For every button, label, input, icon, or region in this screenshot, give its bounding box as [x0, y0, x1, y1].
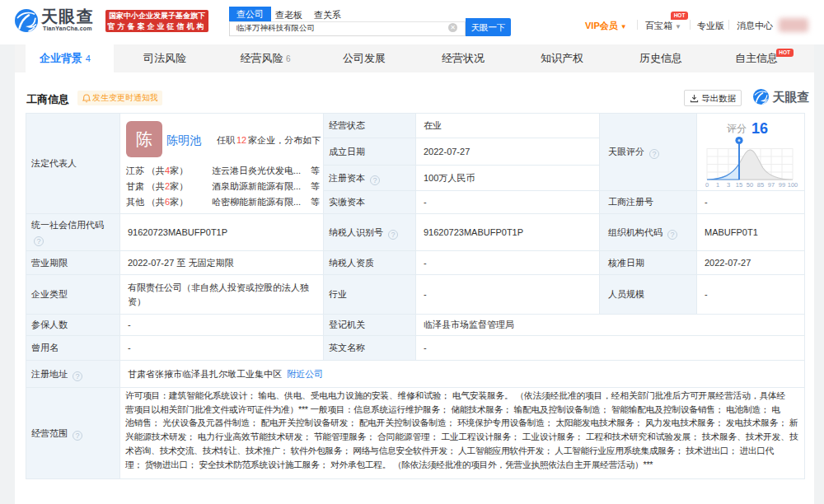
svg-text:15: 15: [736, 181, 742, 189]
svg-text:1: 1: [716, 181, 719, 189]
svg-text:99: 99: [779, 181, 785, 189]
svg-text:85: 85: [757, 181, 764, 189]
svg-text:16: 16: [751, 120, 768, 137]
svg-text:97: 97: [768, 181, 775, 189]
svg-text:3: 3: [727, 181, 730, 189]
svg-text:50: 50: [747, 181, 753, 189]
svg-text:评分: 评分: [727, 123, 747, 134]
svg-text:0: 0: [705, 181, 709, 189]
svg-text:100: 100: [788, 181, 798, 189]
